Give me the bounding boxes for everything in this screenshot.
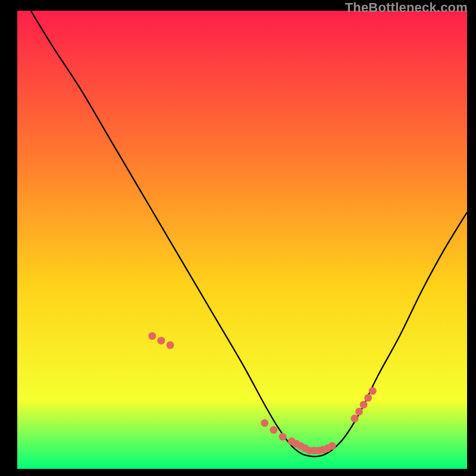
highlight-dot (360, 401, 368, 409)
highlight-dot (355, 408, 363, 415)
chart-frame (17, 11, 467, 469)
highlight-dot (270, 426, 277, 434)
highlight-dot (369, 387, 377, 395)
highlight-dot (279, 433, 287, 441)
highlight-dot (167, 342, 174, 349)
highlight-dot (351, 415, 359, 422)
highlight-dot (261, 419, 268, 427)
bottleneck-chart (17, 11, 467, 469)
highlight-dot (157, 337, 165, 345)
gradient-background (17, 11, 467, 469)
watermark-text: TheBottleneck.com (345, 0, 468, 15)
highlight-dot (148, 332, 156, 340)
highlight-dot (364, 394, 372, 402)
highlight-dot (328, 442, 336, 450)
